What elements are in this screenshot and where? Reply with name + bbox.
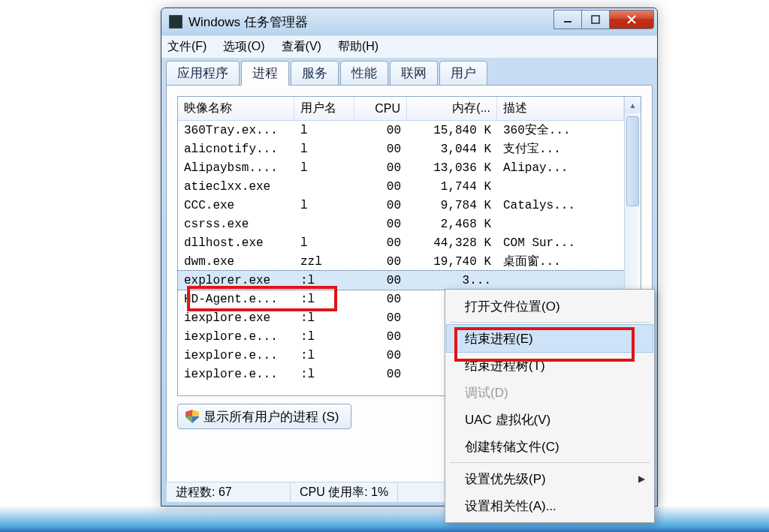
cell-cpu: 00 [354, 199, 407, 212]
cell-user-name: l [294, 124, 354, 137]
cell-memory: 15,840 K [407, 124, 497, 137]
cell-memory: 1,744 K [407, 180, 497, 194]
cell-image-name: iexplore.e... [178, 330, 294, 344]
cell-description: COM Sur... [497, 236, 624, 250]
col-header-image[interactable]: 映像名称 [178, 97, 294, 120]
cell-image-name: HD-Agent.e... [178, 293, 294, 306]
cell-cpu: 00 [354, 161, 407, 175]
status-proc-count: 进程数: 67 [167, 482, 291, 502]
tab-users[interactable]: 用户 [439, 61, 487, 86]
table-row[interactable]: 360Tray.ex...l0015,840 K360安全... [178, 121, 624, 140]
cell-memory: 13,036 K [407, 161, 497, 175]
table-row[interactable]: dwm.exezzl0019,740 K桌面窗... [178, 252, 624, 271]
cell-memory: 9,784 K [407, 199, 497, 212]
status-cpu-usage: CPU 使用率: 1% [291, 482, 398, 502]
cell-description: Alipay... [497, 161, 624, 175]
ctx-end-process[interactable]: 结束进程(E) [447, 325, 653, 352]
titlebar[interactable]: Windows 任务管理器 [161, 8, 657, 35]
cell-image-name: atieclxx.exe [178, 180, 294, 194]
list-header: 映像名称 用户名 CPU 内存(... 描述 [178, 97, 624, 121]
cell-image-name: iexplore.exe [178, 311, 294, 325]
cell-cpu: 00 [354, 218, 407, 231]
cell-memory: 44,328 K [407, 236, 497, 250]
table-row[interactable]: explorer.exe:l003... [178, 271, 624, 290]
ctx-set-priority[interactable]: 设置优先级(P) ▶ [447, 465, 653, 492]
scroll-up-icon[interactable]: ▲ [625, 97, 641, 113]
ctx-end-process-tree[interactable]: 结束进程树(T) [447, 352, 653, 379]
cell-user-name: :l [294, 311, 354, 325]
cell-image-name: csrss.exe [178, 218, 294, 231]
cell-description: 360安全... [497, 122, 624, 138]
cell-cpu: 00 [354, 255, 407, 269]
table-row[interactable]: atieclxx.exe001,744 K [178, 177, 624, 196]
maximize-button[interactable] [581, 10, 610, 29]
ctx-separator [450, 462, 650, 463]
table-row[interactable]: CCC.exel009,784 KCatalys... [178, 196, 624, 215]
cell-user-name: :l [294, 293, 354, 306]
window-controls [554, 10, 654, 29]
cell-memory: 19,740 K [407, 255, 497, 269]
cell-user-name: :l [294, 349, 354, 362]
cell-image-name: alicnotify... [178, 143, 294, 156]
svg-rect-0 [564, 21, 571, 23]
cell-user-name: :l [294, 368, 354, 381]
cell-image-name: CCC.exe [178, 199, 294, 212]
cell-image-name: explorer.exe [178, 274, 294, 287]
cell-memory: 3... [407, 274, 497, 287]
col-header-desc[interactable]: 描述 [497, 97, 624, 120]
ctx-debug: 调试(D) [447, 379, 653, 406]
cell-memory: 2,468 K [407, 218, 497, 231]
tab-processes[interactable]: 进程 [241, 61, 289, 86]
col-header-mem[interactable]: 内存(... [407, 97, 497, 120]
app-icon [169, 15, 182, 29]
cell-description: 桌面窗... [497, 254, 624, 269]
cell-cpu: 00 [354, 274, 407, 287]
cell-user-name: l [294, 236, 354, 250]
cell-image-name: dwm.exe [178, 255, 294, 269]
scroll-thumb[interactable] [626, 116, 639, 206]
menu-options[interactable]: 选项(O) [223, 39, 264, 55]
menu-file[interactable]: 文件(F) [167, 39, 207, 55]
col-header-cpu[interactable]: CPU [354, 97, 407, 120]
tab-strip: 应用程序 进程 服务 性能 联网 用户 [166, 61, 653, 85]
cell-description: 支付宝... [497, 141, 624, 157]
table-row[interactable]: alicnotify...l003,044 K支付宝... [178, 140, 624, 158]
cell-image-name: Alipaybsm.... [178, 161, 294, 175]
minimize-button[interactable] [553, 10, 582, 29]
show-all-users-button[interactable]: 显示所有用户的进程 (S) [177, 404, 351, 429]
cell-cpu: 00 [354, 124, 407, 137]
tab-performance[interactable]: 性能 [340, 61, 388, 86]
uac-shield-icon [185, 410, 199, 423]
svg-rect-1 [592, 16, 599, 23]
close-button[interactable] [609, 10, 654, 29]
menu-help[interactable]: 帮助(H) [338, 39, 378, 55]
cell-cpu: 00 [354, 311, 407, 325]
cell-user-name: l [294, 161, 354, 175]
ctx-uac-virtualization[interactable]: UAC 虚拟化(V) [447, 406, 653, 433]
menu-view[interactable]: 查看(V) [282, 39, 321, 55]
ctx-create-dump[interactable]: 创建转储文件(C) [447, 433, 653, 460]
cell-user-name: :l [294, 330, 354, 344]
cell-cpu: 00 [354, 236, 407, 250]
tab-services[interactable]: 服务 [291, 61, 339, 86]
ctx-open-file-location[interactable]: 打开文件位置(O) [447, 293, 653, 320]
tab-applications[interactable]: 应用程序 [166, 61, 240, 86]
cell-image-name: iexplore.e... [178, 368, 294, 381]
col-header-user[interactable]: 用户名 [294, 97, 354, 120]
ctx-set-priority-label: 设置优先级(P) [465, 470, 546, 488]
ctx-separator [450, 322, 650, 323]
ctx-set-affinity[interactable]: 设置相关性(A)... [447, 492, 653, 519]
cell-user-name: l [294, 199, 354, 212]
cell-description: Catalys... [497, 199, 624, 212]
cell-image-name: dllhost.exe [178, 236, 294, 250]
cell-cpu: 00 [354, 368, 407, 381]
tab-network[interactable]: 联网 [390, 61, 438, 86]
window-title: Windows 任务管理器 [188, 14, 554, 31]
cell-cpu: 00 [354, 349, 407, 362]
cell-user-name: :l [294, 274, 354, 287]
table-row[interactable]: Alipaybsm....l0013,036 KAlipay... [178, 158, 624, 177]
menubar: 文件(F) 选项(O) 查看(V) 帮助(H) [161, 35, 657, 58]
table-row[interactable]: csrss.exe002,468 K [178, 215, 624, 233]
cell-image-name: iexplore.e... [178, 349, 294, 362]
table-row[interactable]: dllhost.exel0044,328 KCOM Sur... [178, 233, 624, 252]
